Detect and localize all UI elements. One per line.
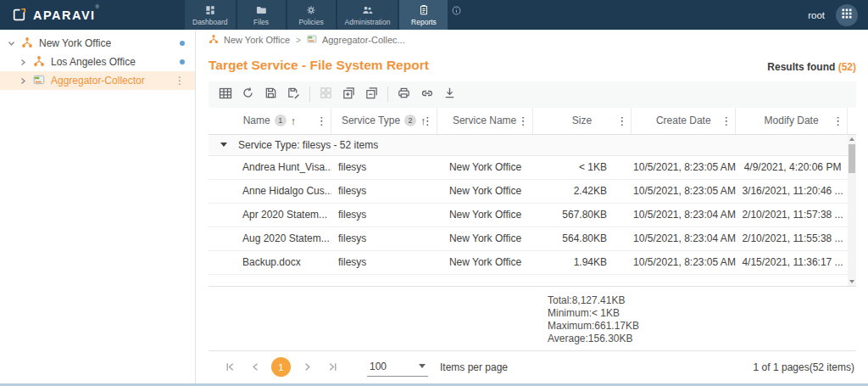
first-page-button[interactable] [217,357,242,378]
cell-service-type: filesys [331,161,437,173]
tab-reports[interactable]: Reports [399,0,448,30]
table-row[interactable]: Andrea Hunt_Visa... filesys New York Off… [209,156,849,180]
column-menu-icon[interactable]: ⋮ [316,115,327,127]
kebab-menu-icon[interactable]: ⋮ [175,76,185,85]
topbar: APARAVI® Dashboard Files [0,0,868,30]
cell-size: 1.94KB [533,256,632,268]
apps-grid-icon [842,8,852,21]
refresh-button[interactable] [236,83,259,105]
table-row[interactable]: Anne Hidalgo Cus... filesys New York Off… [209,180,849,204]
column-header-modify-date[interactable]: Modify Date ⋮ [736,108,848,134]
aparavi-logo-icon [11,7,27,23]
scroll-down-arrow-icon[interactable] [849,280,854,283]
tree-item-label: New York Office [39,37,111,49]
tree-item-label: Aggregator-Collector [51,75,145,87]
cell-service-name: New York Office [437,185,533,197]
page-size-value: 100 [370,361,387,372]
cell-name: Anne Hidalgo Cus... [209,185,331,197]
layout-grid-icon [319,86,333,103]
cell-service-type: filesys [331,185,437,197]
dashboard-icon [204,4,216,16]
folder-icon [255,4,267,16]
tab-administration[interactable]: Administration [337,0,398,30]
column-menu-icon[interactable]: ⋮ [422,115,433,127]
sort-ascending-icon[interactable]: ↑ [291,115,297,127]
expand-all-icon [342,86,356,103]
cell-name: Backup.docx [209,256,331,268]
column-header-name[interactable]: Name 1 ↑ ⋮ [209,108,331,134]
table-row[interactable]: Backup.docx filesys New York Office 1.94… [209,251,849,275]
column-header-service-type[interactable]: Service Type 2 ↑ ⋮ [331,108,437,134]
people-icon [361,4,374,16]
column-menu-icon[interactable]: ⋮ [832,115,843,127]
tree-item-los-angeles-office[interactable]: Los Angeles Office [0,53,195,71]
save-as-button[interactable] [282,83,305,105]
column-menu-icon[interactable]: ⋮ [616,115,627,127]
chevron-right-icon[interactable] [19,59,28,66]
chevron-down-icon [419,364,426,368]
aparavi-logo[interactable]: APARAVI® [0,0,185,30]
brand-text: APARAVI [33,8,96,22]
breadcrumb-item-aggregator-collector[interactable]: Aggregator-Collec... [307,34,405,46]
previous-page-button[interactable] [242,357,268,378]
last-page-button[interactable] [320,357,345,378]
collapse-all-icon [364,86,379,103]
username[interactable]: root [808,10,825,20]
table-view-button[interactable] [214,83,236,105]
current-page-button[interactable]: 1 [271,357,291,377]
tree-item-new-york-office[interactable]: New York Office [0,34,195,53]
save-button[interactable] [259,83,282,105]
scrollbar-thumb[interactable] [849,144,855,173]
column-header-service-name[interactable]: Service Name ⋮ [437,108,533,134]
cell-create-date: 10/5/2021, 8:23:05 AM [632,256,737,268]
column-menu-icon[interactable]: ⋮ [518,115,529,127]
tree-item-label: Los Angeles Office [51,56,136,68]
clipboard-icon [418,4,430,16]
node-icon [33,55,45,70]
chevron-down-icon[interactable] [8,40,16,48]
main-content: New York Office > Aggregator-Collec... T… [197,30,868,383]
tree-item-aggregator-collector[interactable]: Aggregator-Collector ⋮ [0,71,195,90]
tab-dashboard[interactable]: Dashboard [185,0,236,30]
cell-service-name: New York Office [437,256,533,268]
page-title: Target Service - File System Report [209,58,429,73]
collapse-all-button[interactable] [360,83,383,105]
info-circle-icon[interactable] [452,3,461,19]
group-row-filesys[interactable]: Service Type: filesys - 52 items [209,135,856,156]
column-header-create-date[interactable]: Create Date ⋮ [632,108,736,134]
download-button[interactable] [438,83,461,105]
link-button[interactable] [415,83,438,105]
chevron-right-icon[interactable] [19,77,28,85]
column-header-size[interactable]: Size ⋮ [533,108,632,134]
page-range-text: 1 of 1 pages(52 items) [754,361,854,373]
table-row[interactable]: Apr 2020 Statem... filesys New York Offi… [209,204,849,227]
page-size-select[interactable]: 100 [367,358,428,377]
table-row[interactable]: Aug 2020 Statem... filesys New York Offi… [209,227,849,251]
vertical-scrollbar[interactable] [848,135,856,286]
breadcrumb-item-new-york-office[interactable]: New York Office [209,34,290,46]
apps-grid-button[interactable] [836,4,858,26]
tab-files[interactable]: Files [237,0,286,30]
node-icon [21,36,33,51]
layout-grid-button[interactable] [314,83,337,105]
column-label: Size [572,115,592,126]
expand-all-button[interactable] [337,83,360,105]
table-row-clipped[interactable] [209,275,849,286]
collector-icon [33,74,45,88]
breadcrumb-label: Aggregator-Collec... [322,35,405,45]
save-icon [264,86,278,103]
results-label: Results found [767,61,837,73]
results-count: (52) [838,61,856,73]
collapse-group-icon[interactable] [220,143,227,147]
cell-name: Andrea Hunt_Visa... [209,161,331,173]
scroll-up-arrow-icon[interactable] [849,137,854,141]
print-button[interactable] [392,83,415,105]
cell-modify-date: 4/15/2021, 11:36:17 ... [737,256,849,268]
column-menu-icon[interactable]: ⋮ [721,115,732,127]
status-dot [180,41,185,46]
tab-policies[interactable]: Policies [287,0,336,30]
column-label: Name [243,115,270,126]
next-page-button[interactable] [294,357,320,378]
cell-create-date: 10/5/2021, 8:23:05 AM [632,161,737,173]
sort-order-badge: 1 [275,115,287,126]
